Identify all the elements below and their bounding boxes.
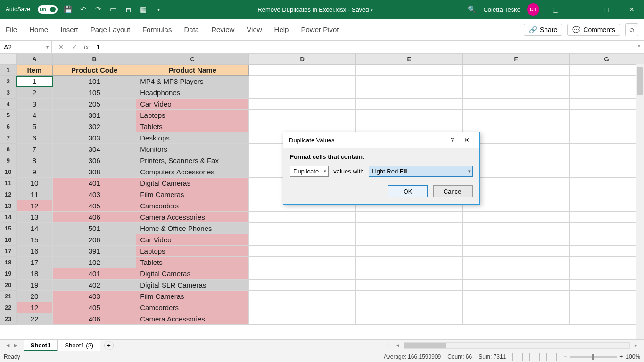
cell[interactable] [355,257,462,268]
ribbon-tab-power-pivot[interactable]: Power Pivot [301,25,339,33]
hscroll-grip-icon[interactable]: ⋮ [385,342,391,349]
cell[interactable]: 1 [16,76,53,87]
cell[interactable]: 406 [53,313,136,325]
column-header[interactable]: G [570,54,644,65]
cell[interactable] [462,99,570,110]
cell[interactable] [570,212,644,223]
row-header[interactable]: 4 [0,99,17,110]
cell[interactable]: Car Video [136,99,249,110]
save-icon[interactable]: 💾 [63,5,73,14]
cell[interactable] [570,144,644,155]
zoom-out-icon[interactable]: − [563,354,567,360]
cell[interactable]: 301 [53,110,136,121]
cancel-formula-icon[interactable]: ✕ [58,43,64,50]
cell[interactable]: MP4 & MP3 Players [136,76,249,87]
cell[interactable] [462,223,570,234]
cell[interactable]: Desktops [136,132,249,144]
cell[interactable]: 15 [16,234,53,246]
cell[interactable]: 17 [16,257,53,268]
cell[interactable] [462,246,570,257]
cell[interactable] [570,121,644,132]
cell[interactable] [249,99,356,110]
cell[interactable]: Computers Accessories [136,166,249,178]
cell[interactable] [249,280,356,291]
cell[interactable] [355,110,462,121]
vertical-scrollbar[interactable] [636,64,644,339]
cell[interactable] [355,121,462,132]
feedback-icon[interactable]: ☺ [625,23,638,36]
cell[interactable] [355,291,462,302]
cell[interactable] [570,110,644,121]
cell[interactable]: Car Video [136,234,249,246]
cell[interactable] [570,166,644,178]
cell[interactable]: Digital Cameras [136,178,249,189]
cell[interactable] [249,223,356,234]
ribbon-tab-insert[interactable]: Insert [60,25,78,33]
cell[interactable] [249,121,356,132]
sheet-nav-next-icon[interactable]: ► [13,342,19,349]
cell[interactable]: Laptops [136,246,249,257]
ribbon-tab-formulas[interactable]: Formulas [142,25,172,33]
redo-icon[interactable]: ↷ [93,5,103,14]
ribbon-tab-page-layout[interactable]: Page Layout [91,25,130,33]
cell[interactable] [462,280,570,291]
cell[interactable]: Tablets [136,257,249,268]
row-header[interactable]: 22 [0,302,17,313]
cell[interactable]: 306 [53,155,136,166]
cell[interactable]: Headphones [136,87,249,99]
row-header[interactable]: 12 [0,189,17,200]
cell[interactable] [249,291,356,302]
cell[interactable] [462,110,570,121]
row-header[interactable]: 23 [0,313,17,325]
cell[interactable] [462,268,570,280]
row-header[interactable]: 11 [0,178,17,189]
cell[interactable] [570,268,644,280]
comments-button[interactable]: 💬 Comments [567,24,620,36]
search-icon[interactable]: 🔍 [467,5,477,14]
cell[interactable] [462,257,570,268]
cell[interactable] [355,223,462,234]
cell[interactable] [249,246,356,257]
dialog-close-icon[interactable]: ✕ [460,136,474,144]
maximize-icon[interactable]: ◻ [597,6,616,13]
ribbon-tab-view[interactable]: View [247,25,262,33]
select-all-corner[interactable] [0,54,17,65]
cell[interactable]: 302 [53,121,136,132]
cell[interactable] [570,76,644,87]
cancel-button[interactable]: Cancel [433,185,473,197]
sheet-nav-prev-icon[interactable]: ◄ [5,342,11,349]
cell[interactable] [355,246,462,257]
cell[interactable] [249,302,356,313]
qat-icon-3[interactable]: ▦ [139,5,148,14]
cell[interactable]: 11 [16,189,53,200]
cell[interactable]: 10 [16,178,53,189]
cell[interactable] [249,212,356,223]
cell[interactable] [570,313,644,325]
row-header[interactable]: 20 [0,280,17,291]
cell[interactable]: 22 [16,313,53,325]
table-header-cell[interactable]: Product Name [136,65,249,76]
cell[interactable]: 391 [53,246,136,257]
column-header[interactable]: A [16,54,53,65]
cell[interactable] [355,87,462,99]
cell[interactable]: 5 [16,121,53,132]
page-layout-view-icon[interactable] [529,353,540,361]
cell[interactable]: Film Cameras [136,291,249,302]
row-header[interactable]: 19 [0,268,17,280]
ribbon-tab-home[interactable]: Home [29,25,48,33]
close-icon[interactable]: ✕ [622,6,641,13]
table-header-cell[interactable]: Product Code [53,65,136,76]
zoom-in-icon[interactable]: + [619,354,623,360]
cell[interactable] [570,87,644,99]
cell[interactable] [462,313,570,325]
cell[interactable]: Monitors [136,144,249,155]
cell[interactable]: 101 [53,76,136,87]
format-style-dropdown[interactable]: Light Red Fill [369,166,473,177]
row-header[interactable]: 7 [0,132,17,144]
cell[interactable]: 105 [53,87,136,99]
cell[interactable]: 2 [16,87,53,99]
fx-icon[interactable]: fx [84,43,89,50]
cell[interactable]: 18 [16,268,53,280]
cell[interactable]: Camera Accessories [136,313,249,325]
row-header[interactable]: 21 [0,291,17,302]
